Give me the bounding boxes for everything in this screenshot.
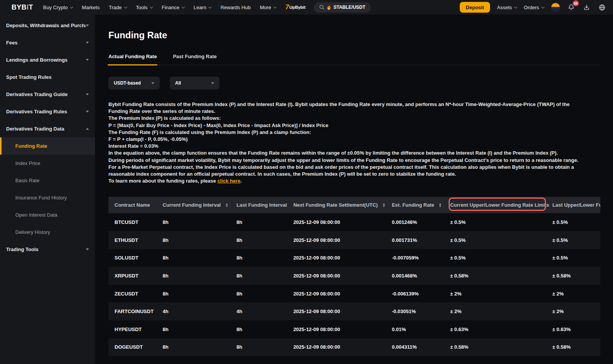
cell-last-upper-lower-funding-rate-limits: ± 2% — [552, 291, 600, 297]
cell-current-funding-interval: 8h — [163, 326, 237, 332]
top-navigation: BYBIT Buy CryptoMarketsTradeToolsFinance… — [0, 0, 613, 15]
language-button[interactable] — [598, 3, 606, 11]
sidebar-item-label: Derivatives Trading Data — [6, 126, 86, 132]
tab-bar: Actual Funding Rate Past Funding Rate — [108, 54, 600, 65]
page-title: Funding Rate — [108, 30, 600, 41]
cell-current-funding-interval: 8h — [163, 291, 237, 297]
nav-item-label: Markets — [82, 5, 100, 10]
column-label: Contract Name — [115, 202, 150, 208]
sidebar-item-label: Insurance Fund History — [15, 195, 89, 201]
table-row-ethusdt: ETHUSDT8h8h2025-12-09 08:00:000.001731%±… — [108, 231, 600, 249]
nav-item-label: Rewards Hub — [220, 5, 251, 10]
column-header-current-funding-interval[interactable]: Current Funding Interval — [163, 202, 237, 208]
sidebar-item-derivatives-trading-data[interactable]: Derivatives Trading Data — [0, 120, 95, 137]
nav-item-orders[interactable]: Orders — [524, 5, 544, 10]
highlight-annotation — [449, 198, 546, 211]
chevron-down-icon — [151, 82, 154, 84]
cell-last-funding-interval: 8h — [236, 291, 293, 297]
search-icon — [319, 5, 325, 10]
sidebar-item-fees[interactable]: Fees — [0, 34, 95, 51]
cell-last-funding-interval: 8h — [236, 344, 293, 350]
column-label: Est. Funding Rate — [392, 202, 434, 208]
sidebar-item-funding-rate[interactable]: Funding Rate — [0, 137, 95, 155]
chevron-down-icon — [86, 93, 89, 95]
description-line: Bybit Funding Rate consists of the Premi… — [108, 101, 587, 115]
click-here-link[interactable]: click here — [217, 178, 240, 184]
chevron-down-icon — [514, 5, 517, 8]
nav-item-trade[interactable]: Trade — [109, 5, 126, 10]
cell-current-funding-interval: 8h — [163, 255, 237, 261]
cell-contract-name: FARTCOINUSDT — [108, 309, 163, 314]
sidebar-item-derivatives-trading-rules[interactable]: Derivatives Trading Rules — [0, 103, 95, 120]
cell-last-upper-lower-funding-rate-limits: ± 0.5% — [552, 219, 600, 225]
nav-item-rewards-hub[interactable]: Rewards Hub — [220, 5, 251, 10]
column-label: Last Upper/Lower Funding Rate Limits — [552, 202, 600, 208]
nav-item-label: Buy Crypto — [43, 5, 68, 10]
column-label: Last Funding Interval — [236, 202, 287, 208]
cell-current-funding-interval: 8h — [163, 237, 237, 243]
tab-actual-funding-rate[interactable]: Actual Funding Rate — [108, 54, 157, 65]
user-avatar[interactable] — [551, 3, 560, 12]
link-suffix: . — [240, 178, 242, 184]
cell-next-funding-rate-settlement-utc: 2025-12-09 08:00:00 — [293, 219, 392, 225]
main-content: Funding Rate Actual Funding Rate Past Fu… — [95, 15, 613, 364]
tab-past-funding-rate[interactable]: Past Funding Rate — [173, 54, 216, 65]
nav-menu: Buy CryptoMarketsTradeToolsFinanceLearnR… — [43, 5, 276, 10]
cell-last-funding-interval: 4h — [236, 309, 293, 314]
chevron-down-icon — [86, 248, 89, 250]
sidebar-item-insurance-fund-history[interactable]: Insurance Fund History — [0, 189, 95, 206]
promo-label: UpBybit — [289, 5, 305, 10]
sort-icon[interactable] — [439, 203, 441, 207]
bybit-logo[interactable]: BYBIT — [11, 3, 33, 11]
settlement-asset-select[interactable]: USDT-based — [108, 77, 160, 90]
sidebar-item-derivatives-trading-guide[interactable]: Derivatives Trading Guide — [0, 86, 95, 103]
upbybit-promo[interactable]: 7 UpBybit — [285, 3, 306, 11]
assets-label: Assets — [497, 5, 512, 10]
search-input[interactable]: STABLE/USDT — [314, 2, 370, 13]
column-header-last-funding-interval: Last Funding Interval — [236, 202, 293, 208]
flame-icon — [327, 5, 331, 10]
column-header-next-funding-rate-settlement-utc[interactable]: Next Funding Rate Settlement(UTC) — [293, 202, 392, 208]
nav-item-assets[interactable]: Assets — [497, 5, 517, 10]
nav-item-more[interactable]: More — [260, 5, 276, 10]
download-app-button[interactable] — [582, 3, 591, 11]
sidebar-item-label: Funding Rate — [15, 143, 89, 149]
cell-contract-name: DOGEUSDT — [108, 344, 163, 350]
nav-right-group: Deposit Assets Orders 55 — [460, 2, 606, 13]
orders-label: Orders — [524, 5, 539, 10]
cell-est-funding-rate: 0.01% — [392, 326, 450, 332]
description-lines: Bybit Funding Rate consists of the Premi… — [108, 101, 587, 178]
selected-value: All — [175, 80, 181, 86]
sidebar-item-delivery-history[interactable]: Delivery History — [0, 224, 95, 241]
cell-current-upper-lower-funding-rate-limits: ± 0.5% — [450, 255, 552, 261]
sidebar-item-spot-trading-rules[interactable]: Spot Trading Rules — [0, 69, 95, 86]
sidebar-item-basis-rate[interactable]: Basis Rate — [0, 172, 95, 189]
sort-icon[interactable] — [226, 203, 228, 207]
sidebar-item-label: Spot Trading Rules — [6, 74, 89, 80]
sidebar-item-label: Delivery History — [15, 229, 89, 235]
nav-item-markets[interactable]: Markets — [82, 5, 100, 10]
seven-icon: 7 — [285, 3, 289, 11]
cell-last-funding-interval: 8h — [236, 255, 293, 261]
sidebar-item-lendings-and-borrowings[interactable]: Lendings and Borrowings — [0, 51, 95, 69]
nav-item-tools[interactable]: Tools — [136, 5, 152, 10]
sidebar-item-open-interest-data[interactable]: Open Interest Data — [0, 206, 95, 224]
contract-filter-select[interactable]: All — [170, 77, 220, 90]
column-header-est-funding-rate[interactable]: Est. Funding Rate — [392, 202, 450, 208]
nav-item-learn[interactable]: Learn — [193, 5, 211, 10]
sidebar-item-trading-tools[interactable]: Trading Tools — [0, 241, 95, 258]
sidebar-item-label: Derivatives Trading Rules — [6, 109, 86, 114]
notifications-button[interactable]: 55 — [567, 3, 575, 11]
sort-icon[interactable] — [383, 203, 385, 207]
nav-item-finance[interactable]: Finance — [162, 5, 184, 10]
cell-est-funding-rate: -0.006139% — [392, 291, 450, 297]
sidebar-item-index-price[interactable]: Index Price — [0, 155, 95, 172]
sidebar-item-label: Open Interest Data — [15, 212, 89, 218]
deposit-button[interactable]: Deposit — [460, 2, 490, 13]
sidebar-item-deposits-withdrawals-and-purcha[interactable]: Deposits, Withdrawals and Purcha... — [0, 17, 95, 34]
chevron-down-icon — [208, 5, 211, 8]
sidebar-item-label: Deposits, Withdrawals and Purcha... — [6, 23, 86, 28]
description-line: For a Pre-Market Perpetual contract, the… — [108, 164, 587, 178]
column-header-last-upper-lower-funding-rate-limits: Last Upper/Lower Funding Rate Limits — [552, 202, 600, 208]
nav-item-buy-crypto[interactable]: Buy Crypto — [43, 5, 73, 10]
